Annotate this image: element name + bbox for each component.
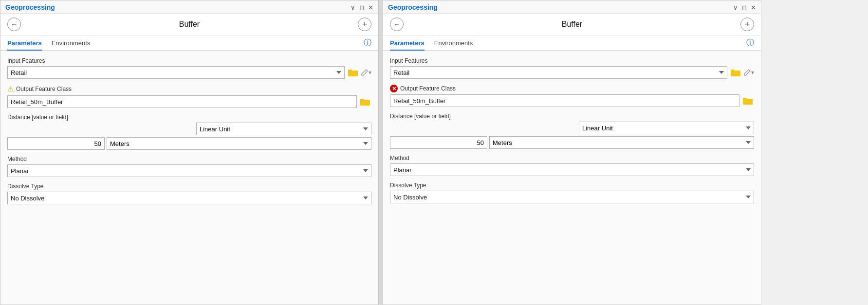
right-input-features-group: Input Features Retail ▾ (390, 57, 754, 79)
left-output-feature-row (7, 95, 371, 108)
right-panel-body: Input Features Retail ▾ (383, 51, 761, 305)
right-tab-parameters[interactable]: Parameters (390, 36, 425, 51)
right-method-select[interactable]: Planar (390, 163, 754, 176)
right-dissolve-group: Dissolve Type No Dissolve (390, 182, 754, 203)
left-input-features-label: Input Features (7, 57, 371, 64)
right-tabs: Parameters Environments ⓘ (383, 36, 761, 51)
left-input-features-row: Retail ▾ (7, 66, 371, 79)
right-input-folder-icon[interactable] (729, 66, 742, 79)
right-back-button[interactable]: ← (390, 18, 404, 31)
left-dissolve-select[interactable]: No Dissolve (7, 192, 371, 204)
right-method-group: Method Planar (390, 155, 754, 176)
right-output-feature-label: ✕ Output Feature Class (390, 85, 754, 92)
svg-rect-3 (360, 99, 364, 101)
right-output-feature-row (390, 94, 754, 107)
right-dissolve-label: Dissolve Type (390, 182, 754, 189)
right-tab-environments[interactable]: Environments (434, 36, 473, 51)
right-distance-label: Distance [value or field] (390, 113, 754, 120)
left-panel-body: Input Features Retail ▾ (0, 51, 378, 305)
left-distance-type-row: Linear Unit (7, 123, 371, 135)
left-input-features-select[interactable]: Retail (7, 66, 345, 79)
right-panel: Geoprocessing ∨ ⊓ ✕ ← Buffer + Parameter… (383, 0, 761, 305)
panel-divider (379, 0, 383, 305)
right-pin-icon[interactable]: ⊓ (742, 4, 747, 11)
left-help-icon[interactable]: ⓘ (364, 38, 371, 50)
svg-rect-7 (743, 98, 747, 100)
left-back-button[interactable]: ← (7, 18, 21, 31)
left-close-icon[interactable]: ✕ (368, 4, 373, 11)
left-output-feature-input[interactable] (7, 95, 357, 108)
right-add-button[interactable]: + (740, 18, 754, 31)
right-error-icon: ✕ (390, 85, 398, 92)
right-input-features-select[interactable]: Retail (390, 66, 727, 79)
left-output-folder-icon[interactable] (359, 95, 371, 108)
right-close-icon[interactable]: ✕ (751, 4, 756, 11)
left-output-feature-group: ⚠ Output Feature Class (7, 85, 371, 108)
left-dissolve-label: Dissolve Type (7, 183, 371, 190)
svg-rect-5 (731, 70, 735, 72)
left-distance-value-input[interactable] (7, 137, 105, 150)
left-panel: Geoprocessing ∨ ⊓ ✕ ← Buffer + Parameter… (0, 0, 379, 305)
left-add-button[interactable]: + (358, 18, 371, 31)
left-distance-type-select[interactable]: Linear Unit (196, 123, 371, 135)
left-tabs: Parameters Environments ⓘ (0, 36, 378, 51)
right-tool-title: Buffer (562, 20, 582, 29)
left-distance-group: Distance [value or field] Linear Unit Me… (7, 114, 371, 150)
right-header-controls: ∨ ⊓ ✕ (733, 4, 756, 11)
left-method-select[interactable]: Planar (7, 164, 371, 177)
right-output-feature-group: ✕ Output Feature Class (390, 85, 754, 107)
right-dissolve-select[interactable]: No Dissolve (390, 191, 754, 203)
left-distance-label: Distance [value or field] (7, 114, 371, 121)
right-distance-group: Distance [value or field] Linear Unit Me… (390, 113, 754, 149)
right-collapse-icon[interactable]: ∨ (733, 4, 738, 11)
left-input-folder-icon[interactable] (347, 66, 359, 79)
right-input-pencil-icon[interactable]: ▾ (744, 69, 754, 76)
right-panel-title: Geoprocessing (388, 3, 438, 11)
left-method-group: Method Planar (7, 156, 371, 177)
left-tab-environments[interactable]: Environments (52, 36, 90, 51)
right-distance-value-row: Meters (390, 136, 754, 149)
left-panel-title: Geoprocessing (5, 3, 55, 11)
right-distance-unit-select[interactable]: Meters (489, 136, 754, 149)
right-output-feature-input[interactable] (390, 94, 739, 107)
right-output-folder-icon[interactable] (741, 94, 754, 107)
left-pin-icon[interactable]: ⊓ (359, 4, 364, 11)
left-header-controls: ∨ ⊓ ✕ (351, 4, 373, 11)
left-input-features-group: Input Features Retail ▾ (7, 57, 371, 79)
left-tool-title: Buffer (179, 20, 200, 29)
right-tool-header: ← Buffer + (383, 14, 761, 36)
right-distance-value-input[interactable] (390, 136, 487, 149)
left-tab-parameters[interactable]: Parameters (7, 36, 42, 51)
left-distance-unit-select[interactable]: Meters (107, 137, 371, 150)
right-help-icon[interactable]: ⓘ (746, 38, 754, 50)
right-distance-type-select[interactable]: Linear Unit (579, 122, 754, 134)
left-tool-header: ← Buffer + (0, 14, 378, 36)
left-warning-icon: ⚠ (7, 85, 14, 93)
left-dissolve-group: Dissolve Type No Dissolve (7, 183, 371, 204)
left-input-pencil-icon[interactable]: ▾ (361, 69, 371, 76)
right-distance-type-row: Linear Unit (390, 122, 754, 134)
left-method-label: Method (7, 156, 371, 162)
left-panel-header: Geoprocessing ∨ ⊓ ✕ (0, 0, 378, 14)
right-input-features-row: Retail ▾ (390, 66, 754, 79)
svg-rect-1 (348, 70, 352, 72)
right-panel-header: Geoprocessing ∨ ⊓ ✕ (383, 0, 761, 14)
left-output-feature-label: ⚠ Output Feature Class (7, 85, 371, 93)
right-input-features-label: Input Features (390, 57, 754, 64)
right-method-label: Method (390, 155, 754, 161)
left-distance-value-row: Meters (7, 137, 371, 150)
left-collapse-icon[interactable]: ∨ (351, 4, 355, 11)
